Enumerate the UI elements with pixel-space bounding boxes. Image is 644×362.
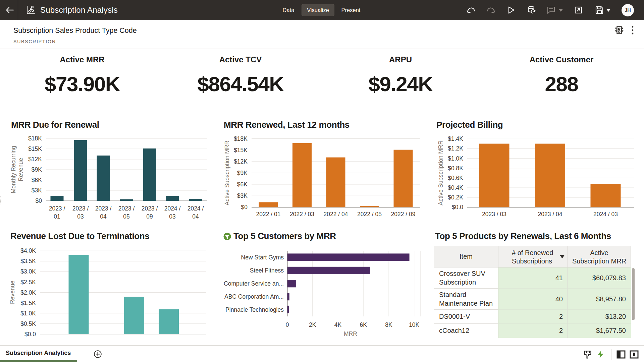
svg-text:2023 / 04: 2023 / 04 bbox=[538, 211, 562, 218]
svg-text:Revenue: Revenue bbox=[9, 281, 16, 304]
svg-text:$18K: $18K bbox=[28, 135, 42, 142]
svg-text:05: 05 bbox=[123, 213, 129, 220]
svg-text:10K: 10K bbox=[409, 321, 419, 328]
svg-text:$12K: $12K bbox=[28, 156, 42, 163]
svg-text:$0.4K: $0.4K bbox=[448, 184, 463, 191]
svg-text:$3.5K: $3.5K bbox=[20, 258, 36, 264]
svg-text:6K: 6K bbox=[360, 321, 367, 328]
svg-text:$18K: $18K bbox=[234, 135, 248, 142]
svg-text:2K: 2K bbox=[309, 321, 316, 328]
svg-text:$6K: $6K bbox=[237, 181, 248, 188]
svg-text:$0.8K: $0.8K bbox=[448, 165, 463, 172]
svg-text:2022 / 01: 2022 / 01 bbox=[256, 211, 281, 218]
svg-text:04: 04 bbox=[100, 213, 107, 220]
svg-text:$0: $0 bbox=[241, 204, 248, 210]
svg-text:2023 /: 2023 / bbox=[142, 205, 158, 212]
svg-text:$0.0: $0.0 bbox=[24, 331, 36, 338]
svg-text:$3.0K: $3.0K bbox=[20, 268, 36, 275]
svg-text:$4.0K: $4.0K bbox=[20, 247, 36, 254]
svg-text:2023 /: 2023 / bbox=[49, 205, 65, 212]
svg-text:$2.5K: $2.5K bbox=[20, 279, 36, 286]
svg-text:$0.2K: $0.2K bbox=[448, 194, 463, 201]
svg-text:4K: 4K bbox=[334, 321, 342, 328]
svg-text:$9K: $9K bbox=[237, 170, 248, 176]
svg-text:$1.0K: $1.0K bbox=[20, 310, 36, 317]
svg-text:$6K: $6K bbox=[32, 177, 42, 183]
svg-text:Computer Service an...: Computer Service an... bbox=[224, 280, 284, 287]
svg-text:$3K: $3K bbox=[32, 187, 42, 194]
svg-text:Active Subscription MRR: Active Subscription MRR bbox=[437, 140, 444, 205]
svg-text:09: 09 bbox=[146, 213, 153, 220]
svg-text:Pinnacle Technologies: Pinnacle Technologies bbox=[225, 306, 284, 313]
svg-text:01: 01 bbox=[54, 213, 60, 220]
svg-text:$0.6K: $0.6K bbox=[448, 175, 463, 181]
svg-text:Steel Fitness: Steel Fitness bbox=[250, 267, 284, 274]
svg-text:$3K: $3K bbox=[237, 192, 248, 199]
svg-text:2024 / 03: 2024 / 03 bbox=[593, 211, 618, 218]
svg-text:New Start Gyms: New Start Gyms bbox=[241, 254, 284, 261]
svg-text:$1.2K: $1.2K bbox=[448, 145, 463, 152]
svg-text:03: 03 bbox=[77, 213, 84, 220]
svg-text:$2.0K: $2.0K bbox=[20, 289, 36, 296]
svg-text:2023 /: 2023 / bbox=[72, 205, 89, 212]
svg-text:0: 0 bbox=[286, 321, 289, 328]
svg-text:$9K: $9K bbox=[32, 166, 42, 173]
svg-text:2022 / 09: 2022 / 09 bbox=[391, 211, 416, 218]
svg-text:Monthly Recurring: Monthly Recurring bbox=[10, 146, 17, 193]
svg-text:2024 /: 2024 / bbox=[187, 205, 204, 212]
svg-text:2022 / 05: 2022 / 05 bbox=[357, 211, 382, 218]
svg-text:$0.0: $0.0 bbox=[452, 204, 463, 210]
svg-text:2023 / 03: 2023 / 03 bbox=[482, 211, 506, 218]
svg-text:03: 03 bbox=[169, 213, 175, 220]
svg-text:2022 / 03: 2022 / 03 bbox=[290, 211, 314, 218]
svg-text:ABC Corporation Am...: ABC Corporation Am... bbox=[224, 293, 284, 300]
svg-text:$1.0K: $1.0K bbox=[448, 155, 463, 162]
svg-text:$1.4K: $1.4K bbox=[448, 135, 463, 142]
svg-text:$1.5K: $1.5K bbox=[20, 300, 36, 306]
svg-text:$0.5K: $0.5K bbox=[20, 320, 36, 327]
svg-text:$15K: $15K bbox=[28, 145, 42, 152]
svg-text:Active Subscription MRR: Active Subscription MRR bbox=[224, 140, 230, 205]
svg-text:2023 /: 2023 / bbox=[118, 205, 135, 212]
svg-text:Revenue: Revenue bbox=[17, 158, 24, 181]
svg-text:$12K: $12K bbox=[234, 158, 248, 165]
svg-text:MRR: MRR bbox=[344, 330, 357, 337]
svg-text:2024 /: 2024 / bbox=[164, 205, 181, 212]
svg-text:$0: $0 bbox=[36, 197, 42, 204]
svg-text:2023 /: 2023 / bbox=[95, 205, 112, 212]
svg-text:2022 / 04: 2022 / 04 bbox=[324, 211, 348, 218]
svg-text:04: 04 bbox=[192, 213, 199, 220]
svg-text:$15K: $15K bbox=[234, 147, 248, 154]
svg-text:8K: 8K bbox=[385, 321, 392, 328]
